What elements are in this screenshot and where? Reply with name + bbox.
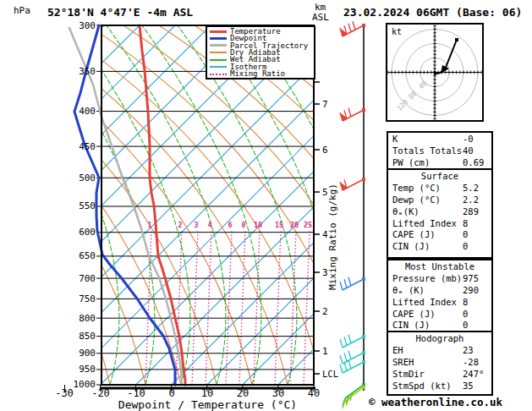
stat-label: K xyxy=(392,134,398,144)
stat-value: 23 xyxy=(463,345,474,357)
table-row: θₑ (K)290 xyxy=(388,285,491,297)
legend-label: Mixing Ratio xyxy=(230,70,285,78)
table-row: Temp (°C)5.2 xyxy=(388,183,491,195)
table-row: StmSpd (kt)35 xyxy=(388,381,491,392)
parcel-line-swatch xyxy=(210,44,227,47)
stat-label: SREH xyxy=(392,357,414,367)
stat-value: 8 xyxy=(463,297,468,309)
wet-adiabat-line-swatch xyxy=(210,59,227,61)
isotherm-line xyxy=(0,25,175,385)
legend-item: Mixing Ratio xyxy=(207,70,314,77)
table-row: StmDir247° xyxy=(388,369,491,381)
hodograph-stats-table: Hodograph EH23 SREH-28 StmDir247° StmSpd… xyxy=(387,331,493,396)
stat-label: StmSpd (kt) xyxy=(392,381,452,391)
table-row: Lifted Index8 xyxy=(388,218,491,230)
x-axis-label: Dewpoint / Temperature (°C) xyxy=(101,398,314,411)
stat-value: 35 xyxy=(463,381,474,392)
stat-value: 0 xyxy=(463,241,468,253)
most-unstable-table: Most Unstable Pressure (mb)975 θₑ (K)290… xyxy=(387,259,493,336)
surface-table: Surface Temp (°C)5.2 Dewp (°C)2.2 θₑ(K)2… xyxy=(387,168,493,259)
altitude-axis-unit-asl: ASL xyxy=(312,12,329,23)
surface-table-title: Surface xyxy=(388,171,491,183)
stat-value: 0 xyxy=(463,309,468,321)
stat-value: -28 xyxy=(463,357,479,369)
mixing-ratio-line-swatch xyxy=(210,74,227,75)
datetime-title: 23.02.2024 06GMT (Base: 06) xyxy=(343,6,522,19)
dewpoint-line-swatch xyxy=(210,37,227,40)
stat-label: CIN (J) xyxy=(392,320,430,330)
hodograph-unit-label: kt xyxy=(392,27,402,36)
table-row: SREH-28 xyxy=(388,357,491,369)
dewpoint-curve xyxy=(74,25,175,385)
mixing-ratio-axis-label: Mixing Ratio (g/kg) xyxy=(327,178,339,296)
dry-adiabat-line xyxy=(0,25,217,385)
stat-value: 290 xyxy=(463,285,479,297)
table-row: CIN (J)0 xyxy=(388,241,491,253)
dry-adiabat-line xyxy=(0,25,110,385)
wind-barb xyxy=(340,277,365,290)
indices-table: K-0 Totals Totals40 PW (cm)0.69 xyxy=(387,131,493,173)
hodograph-table-title: Hodograph xyxy=(388,333,491,345)
table-row: θₑ(K)289 xyxy=(388,206,491,218)
skewt-sounding-app: hPa 52°18'N 4°47'E -4m ASL km ASL 23.02.… xyxy=(0,0,532,411)
stat-value: 2.2 xyxy=(463,195,479,206)
stat-label: Temp (°C) xyxy=(392,183,441,193)
table-row: Totals Totals40 xyxy=(388,145,491,157)
table-row: CAPE (J)0 xyxy=(388,229,491,241)
stat-label: Lifted Index xyxy=(392,297,457,307)
wind-barb xyxy=(340,351,365,364)
stat-label: θₑ (K) xyxy=(392,285,425,295)
table-row: CAPE (J)0 xyxy=(388,309,491,321)
mixing-ratio-line xyxy=(239,231,245,385)
stat-label: CAPE (J) xyxy=(392,309,436,319)
stat-value: 40 xyxy=(463,145,474,157)
stat-value: 8 xyxy=(463,218,468,230)
table-row: EH23 xyxy=(388,345,491,357)
mixing-ratio-line xyxy=(275,231,281,385)
stat-value: 5.2 xyxy=(463,183,479,195)
stat-label: StmDir xyxy=(392,369,425,379)
table-row: Lifted Index8 xyxy=(388,297,491,309)
isotherm-line-swatch xyxy=(210,66,227,68)
stat-label: θₑ(K) xyxy=(392,206,420,216)
temperature-line-swatch xyxy=(210,30,227,33)
hodograph-plot xyxy=(387,24,483,121)
table-row: K-0 xyxy=(388,134,491,145)
table-row: PW (cm)0.69 xyxy=(388,157,491,169)
stat-value: 975 xyxy=(463,273,479,285)
table-row: Dewp (°C)2.2 xyxy=(388,195,491,206)
stat-label: CAPE (J) xyxy=(392,229,436,239)
lcl-marker-label: LCL xyxy=(322,369,338,379)
location-title: 52°18'N 4°47'E -4m ASL xyxy=(47,6,193,19)
isotherm-line xyxy=(0,25,104,385)
dry-adiabat-line xyxy=(0,25,145,385)
wind-barb xyxy=(340,335,365,348)
stat-value: -0 xyxy=(463,134,474,145)
legend: Temperature Dewpoint Parcel Trajectory D… xyxy=(206,25,315,79)
stat-label: Dewp (°C) xyxy=(392,195,441,205)
wind-barb xyxy=(340,108,365,121)
stat-label: CIN (J) xyxy=(392,241,430,251)
stat-label: EH xyxy=(392,345,403,355)
pressure-axis-unit: hPa xyxy=(14,5,30,16)
most-unstable-table-title: Most Unstable xyxy=(388,261,491,273)
footer-credit: © weatheronline.co.uk xyxy=(369,396,502,408)
stat-label: Lifted Index xyxy=(392,218,457,228)
stat-label: Totals Totals xyxy=(392,145,462,156)
temperature-curve xyxy=(140,25,185,385)
stat-value: 0 xyxy=(463,229,468,241)
wind-barb xyxy=(340,21,365,36)
stat-value: 247° xyxy=(463,369,484,381)
table-row: Pressure (mb)975 xyxy=(388,273,491,285)
hodograph-end-dot xyxy=(455,38,458,41)
dry-adiabat-line-swatch xyxy=(210,52,227,53)
stat-value: 289 xyxy=(463,206,479,218)
wind-barb xyxy=(340,178,365,190)
stat-label: Pressure (mb) xyxy=(392,273,462,283)
wind-barb xyxy=(340,360,365,373)
stat-label: PW (cm) xyxy=(392,157,430,167)
stat-value: 0.69 xyxy=(463,157,484,169)
